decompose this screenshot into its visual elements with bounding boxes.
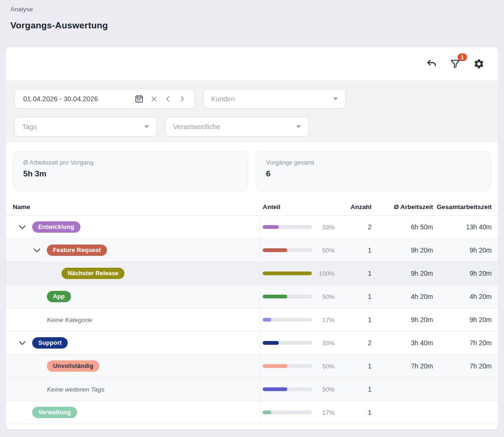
count-value: 1 bbox=[335, 316, 371, 323]
table-row[interactable]: Entwicklung 33% 2 6h 50m 13h 40m bbox=[6, 216, 498, 239]
table-row: Keine Kategorie 17% 1 9h 20m 9h 20m bbox=[6, 308, 498, 332]
filter-button[interactable]: 1 bbox=[449, 58, 461, 70]
column-header-share: Anteil bbox=[260, 203, 311, 210]
table-row: App 50% 1 4h 20m 4h 20m bbox=[6, 285, 498, 308]
column-header-count: Anzahl bbox=[335, 203, 371, 210]
customers-select[interactable]: Kunden bbox=[203, 89, 346, 109]
avg-worktime-value: 9h 20m bbox=[371, 246, 433, 254]
stat-value: 5h 3m bbox=[23, 169, 238, 179]
share-bar bbox=[263, 364, 312, 368]
date-range-field[interactable]: 01.04.2026 - 30.04.2026 bbox=[14, 89, 195, 109]
column-header-avg: Ø Arbeitszeit bbox=[371, 203, 433, 210]
avg-worktime-value: 7h 20m bbox=[371, 362, 433, 370]
share-bar bbox=[263, 411, 312, 414]
chevron-left-icon[interactable] bbox=[164, 95, 172, 103]
customers-placeholder: Kunden bbox=[211, 95, 235, 103]
filter-section: 01.04.2026 - 30.04.2026 bbox=[6, 80, 498, 143]
undo-button[interactable] bbox=[425, 58, 438, 70]
share-bar-fill bbox=[263, 225, 279, 229]
share-bar-fill bbox=[263, 271, 312, 275]
settings-button[interactable] bbox=[473, 58, 485, 70]
gear-icon bbox=[473, 58, 485, 70]
table-row[interactable]: Feature Request 50% 1 9h 20m 9h 20m bbox=[6, 239, 498, 262]
row-name-cell: Support bbox=[6, 332, 260, 354]
row-name-cell: Feature Request bbox=[6, 239, 260, 262]
count-value: 1 bbox=[335, 362, 371, 370]
calendar-icon[interactable] bbox=[134, 94, 144, 104]
page-title: Vorgangs-Auswertung bbox=[10, 20, 504, 31]
count-value: 2 bbox=[335, 223, 371, 231]
tag-badge: Entwicklung bbox=[32, 221, 80, 233]
table-row: Keine weiteren Tags 50% 1 bbox=[6, 378, 498, 401]
share-percent: 17% bbox=[311, 316, 335, 323]
share-percent: 50% bbox=[311, 363, 335, 370]
share-bar bbox=[263, 341, 312, 345]
share-bar bbox=[263, 225, 312, 229]
chevron-down-icon[interactable] bbox=[17, 338, 27, 348]
share-bar-fill bbox=[263, 411, 271, 414]
avg-worktime-value: 9h 20m bbox=[371, 316, 433, 323]
report-body: Ø Arbeitszeit pro Vorgang 5h 3m Vorgänge… bbox=[6, 143, 498, 424]
chevron-down-icon[interactable] bbox=[17, 222, 27, 232]
table-row: Verwaltung 17% 1 bbox=[6, 401, 498, 424]
column-header-name: Name bbox=[6, 199, 260, 215]
table-row: Nächster Release 100% 1 9h 20m 9h 20m bbox=[6, 262, 498, 285]
table-row[interactable]: Support 33% 2 3h 40m 7h 20m bbox=[6, 332, 498, 355]
share-bar bbox=[263, 248, 312, 252]
share-bar bbox=[263, 318, 312, 322]
share-percent: 50% bbox=[311, 386, 335, 393]
count-value: 1 bbox=[335, 385, 371, 393]
tag-badge: Nächster Release bbox=[62, 268, 124, 279]
date-range-value: 01.04.2026 - 30.04.2026 bbox=[23, 95, 128, 103]
share-bar bbox=[263, 295, 312, 298]
share-percent: 17% bbox=[311, 409, 335, 416]
chevron-down-icon[interactable] bbox=[32, 245, 42, 255]
avg-worktime-value: 3h 40m bbox=[371, 339, 433, 347]
tags-select[interactable]: Tags bbox=[14, 117, 157, 137]
row-name-cell: Unvollständig bbox=[6, 355, 260, 377]
count-value: 1 bbox=[335, 246, 371, 254]
share-percent: 33% bbox=[311, 224, 335, 231]
row-label: Keine Kategorie bbox=[47, 316, 92, 323]
total-worktime-value: 13h 40m bbox=[433, 223, 492, 231]
count-value: 1 bbox=[335, 270, 371, 277]
share-bar-fill bbox=[263, 318, 271, 322]
total-worktime-value: 9h 20m bbox=[433, 246, 492, 254]
share-bar-fill bbox=[263, 387, 287, 391]
count-value: 2 bbox=[335, 339, 371, 347]
stat-value: 6 bbox=[266, 169, 481, 179]
breadcrumb[interactable]: Analyse bbox=[10, 6, 504, 13]
toolbar: 1 bbox=[6, 47, 498, 80]
row-name-cell: Keine Kategorie bbox=[6, 308, 260, 331]
avg-worktime-value: 9h 20m bbox=[371, 270, 433, 277]
share-bar-fill bbox=[263, 248, 287, 252]
share-percent: 100% bbox=[311, 270, 335, 277]
total-worktime-value: 9h 20m bbox=[433, 316, 492, 323]
total-worktime-value: 7h 20m bbox=[433, 362, 492, 370]
total-worktime-value: 9h 20m bbox=[433, 270, 492, 277]
tag-badge: Support bbox=[32, 337, 68, 349]
column-header-total: Gesamtarbeitszeit bbox=[433, 203, 492, 210]
tags-placeholder: Tags bbox=[22, 123, 37, 131]
tag-badge: Unvollständig bbox=[47, 360, 99, 372]
share-bar-fill bbox=[263, 364, 287, 368]
share-percent: 50% bbox=[311, 247, 335, 254]
tag-badge: Feature Request bbox=[47, 245, 107, 256]
total-worktime-value: 7h 20m bbox=[433, 339, 492, 347]
main-card: 1 01.04.2026 - 30.04.2026 bbox=[6, 47, 498, 429]
avg-worktime-value: 6h 50m bbox=[371, 223, 433, 231]
row-name-cell: App bbox=[6, 285, 260, 308]
row-name-cell: Keine weiteren Tags bbox=[6, 378, 260, 401]
clear-x-icon[interactable] bbox=[150, 96, 158, 103]
share-bar-fill bbox=[263, 295, 287, 298]
share-bar bbox=[263, 387, 312, 391]
responsibles-select[interactable]: Verantwortliche bbox=[165, 117, 309, 137]
count-value: 1 bbox=[335, 409, 371, 416]
chevron-right-icon[interactable] bbox=[178, 95, 186, 103]
responsibles-placeholder: Verantwortliche bbox=[173, 123, 220, 131]
chevron-down-icon bbox=[144, 125, 149, 128]
stat-cards: Ø Arbeitszeit pro Vorgang 5h 3m Vorgänge… bbox=[6, 151, 498, 191]
table-header: Name Anteil Anzahl Ø Arbeitszeit Gesamta… bbox=[6, 199, 498, 216]
row-name-cell: Entwicklung bbox=[6, 216, 260, 238]
stat-card-total-processes: Vorgänge gesamt 6 bbox=[256, 151, 491, 191]
